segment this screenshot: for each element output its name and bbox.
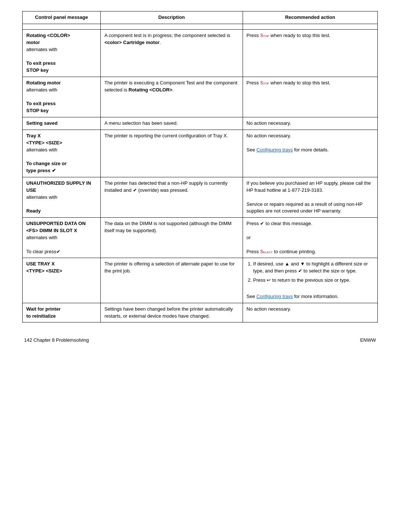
footer-right: ENWW xyxy=(360,337,376,343)
cell-description: Settings have been changed before the pr… xyxy=(100,303,243,322)
table-row: Rotating <COLOR>motoralternates withTo e… xyxy=(23,29,378,77)
cell-description: The data on the DIMM is not supported (a… xyxy=(100,218,243,258)
cell-recommended-action: Press Stop when ready to stop this test. xyxy=(243,29,377,77)
cell-description: The printer is offering a selection of a… xyxy=(100,258,243,303)
cell-recommended-action: No action necessary. xyxy=(243,117,377,130)
cell-control-panel: UNAUTHORIZED SUPPLY IN USEalternates wit… xyxy=(23,177,101,218)
cell-description: The printer is executing a Component Tes… xyxy=(100,77,243,117)
cell-recommended-action: Press ✔ to clear this message.orPress Se… xyxy=(243,218,377,258)
header-control-panel: Control panel message xyxy=(23,11,101,24)
cell-control-panel: Rotating <COLOR>motoralternates withTo e… xyxy=(23,29,101,77)
cell-description: A menu selection has been saved. xyxy=(100,117,243,130)
cell-control-panel xyxy=(23,24,101,29)
table-row: USE TRAY X<TYPE> <SIZE>The printer is of… xyxy=(23,258,378,303)
cell-control-panel: Tray X<TYPE> <SIZE>alternates withTo cha… xyxy=(23,130,101,177)
table-row xyxy=(23,24,378,29)
cell-description xyxy=(100,24,243,29)
cell-description: The printer is reporting the current con… xyxy=(100,130,243,177)
cell-recommended-action: No action necessary.See Configuring tray… xyxy=(243,130,377,177)
header-description: Description xyxy=(100,11,243,24)
page-footer: 142 Chapter 8 Problemsolving ENWW xyxy=(22,337,378,343)
header-recommended-action: Recommended action xyxy=(243,11,377,24)
cell-recommended-action: Press Stop when ready to stop this test. xyxy=(243,77,377,117)
table-row: Setting savedA menu selection has been s… xyxy=(23,117,378,130)
table-row: UNAUTHORIZED SUPPLY IN USEalternates wit… xyxy=(23,177,378,218)
cell-recommended-action xyxy=(243,24,377,29)
cell-control-panel: Rotating motoralternates withTo exit pre… xyxy=(23,77,101,117)
table-row: Rotating motoralternates withTo exit pre… xyxy=(23,77,378,117)
cell-description: The printer has detected that a non-HP s… xyxy=(100,177,243,218)
footer-left: 142 Chapter 8 Problemsolving xyxy=(24,337,89,343)
cell-recommended-action: If desired, use ▲ and ▼ to highlight a d… xyxy=(243,258,377,303)
table-row: UNSUPPORTED DATA ON<FS> DIMM IN SLOT Xal… xyxy=(23,218,378,258)
cell-recommended-action: No action necessary. xyxy=(243,303,377,322)
table-row: Tray X<TYPE> <SIZE>alternates withTo cha… xyxy=(23,130,378,177)
table-row: Wait for printerto reinitializeSettings … xyxy=(23,303,378,322)
cell-control-panel: USE TRAY X<TYPE> <SIZE> xyxy=(23,258,101,303)
cell-control-panel: Setting saved xyxy=(23,117,101,130)
cell-control-panel: Wait for printerto reinitialize xyxy=(23,303,101,322)
cell-description: A component test is in progress; the com… xyxy=(100,29,243,77)
cell-recommended-action: If you believe you purchased an HP suppl… xyxy=(243,177,377,218)
cell-control-panel: UNSUPPORTED DATA ON<FS> DIMM IN SLOT Xal… xyxy=(23,218,101,258)
main-table: Control panel message Description Recomm… xyxy=(22,11,378,322)
